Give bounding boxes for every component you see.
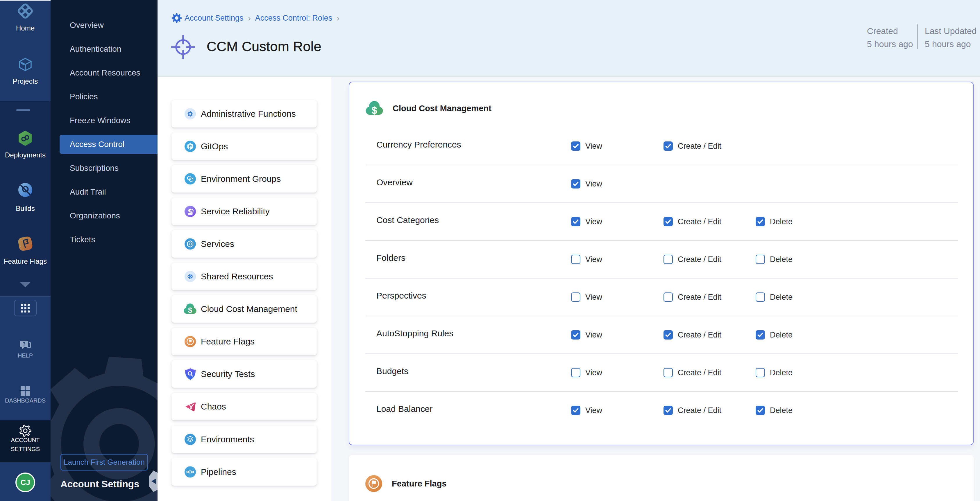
svg-text:?: ? bbox=[23, 341, 25, 347]
